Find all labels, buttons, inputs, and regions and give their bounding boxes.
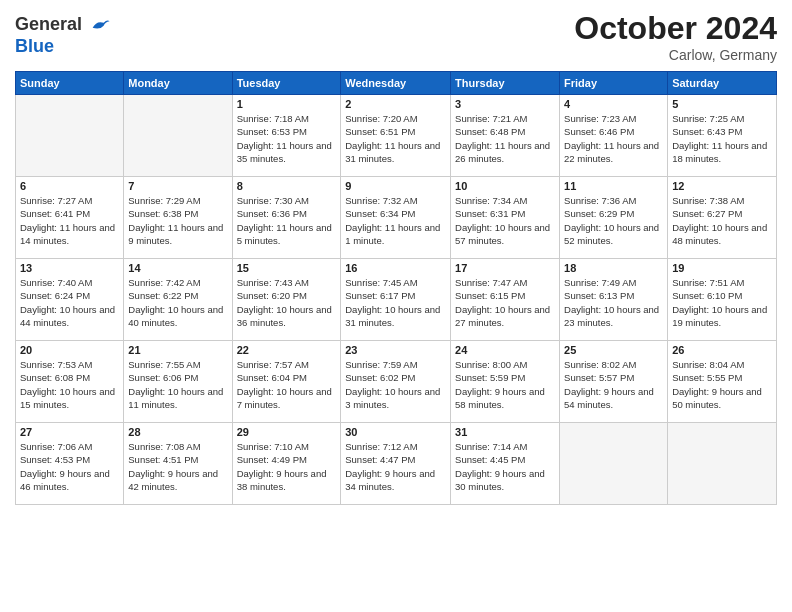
day-info: Sunrise: 7:47 AMSunset: 6:15 PMDaylight:… (455, 276, 555, 329)
day-number: 16 (345, 262, 446, 274)
calendar-cell: 11Sunrise: 7:36 AMSunset: 6:29 PMDayligh… (560, 177, 668, 259)
day-info: Sunrise: 7:36 AMSunset: 6:29 PMDaylight:… (564, 194, 663, 247)
day-number: 20 (20, 344, 119, 356)
calendar-cell (16, 95, 124, 177)
logo: General Blue (15, 15, 111, 55)
calendar-cell: 25Sunrise: 8:02 AMSunset: 5:57 PMDayligh… (560, 341, 668, 423)
calendar-header-row: SundayMondayTuesdayWednesdayThursdayFrid… (16, 72, 777, 95)
day-info: Sunrise: 7:45 AMSunset: 6:17 PMDaylight:… (345, 276, 446, 329)
calendar-cell: 5Sunrise: 7:25 AMSunset: 6:43 PMDaylight… (668, 95, 777, 177)
month-title: October 2024 (574, 10, 777, 47)
calendar-cell: 6Sunrise: 7:27 AMSunset: 6:41 PMDaylight… (16, 177, 124, 259)
logo-bird-icon (89, 15, 111, 37)
day-number: 13 (20, 262, 119, 274)
calendar-cell: 10Sunrise: 7:34 AMSunset: 6:31 PMDayligh… (451, 177, 560, 259)
calendar-cell: 13Sunrise: 7:40 AMSunset: 6:24 PMDayligh… (16, 259, 124, 341)
calendar-cell: 12Sunrise: 7:38 AMSunset: 6:27 PMDayligh… (668, 177, 777, 259)
day-number: 28 (128, 426, 227, 438)
calendar-cell: 3Sunrise: 7:21 AMSunset: 6:48 PMDaylight… (451, 95, 560, 177)
day-number: 22 (237, 344, 337, 356)
calendar-cell (124, 95, 232, 177)
calendar-container: General Blue October 2024 Carlow, German… (0, 0, 792, 612)
header: General Blue October 2024 Carlow, German… (15, 10, 777, 63)
day-info: Sunrise: 7:14 AMSunset: 4:45 PMDaylight:… (455, 440, 555, 493)
logo-general: General (15, 15, 111, 37)
calendar-cell: 16Sunrise: 7:45 AMSunset: 6:17 PMDayligh… (341, 259, 451, 341)
day-info: Sunrise: 7:20 AMSunset: 6:51 PMDaylight:… (345, 112, 446, 165)
day-number: 23 (345, 344, 446, 356)
calendar-cell: 9Sunrise: 7:32 AMSunset: 6:34 PMDaylight… (341, 177, 451, 259)
calendar-cell: 14Sunrise: 7:42 AMSunset: 6:22 PMDayligh… (124, 259, 232, 341)
day-info: Sunrise: 7:51 AMSunset: 6:10 PMDaylight:… (672, 276, 772, 329)
calendar-cell: 17Sunrise: 7:47 AMSunset: 6:15 PMDayligh… (451, 259, 560, 341)
week-row-5: 27Sunrise: 7:06 AMSunset: 4:53 PMDayligh… (16, 423, 777, 505)
day-number: 30 (345, 426, 446, 438)
week-row-3: 13Sunrise: 7:40 AMSunset: 6:24 PMDayligh… (16, 259, 777, 341)
calendar-cell: 28Sunrise: 7:08 AMSunset: 4:51 PMDayligh… (124, 423, 232, 505)
day-info: Sunrise: 7:55 AMSunset: 6:06 PMDaylight:… (128, 358, 227, 411)
day-number: 15 (237, 262, 337, 274)
calendar-cell: 30Sunrise: 7:12 AMSunset: 4:47 PMDayligh… (341, 423, 451, 505)
day-info: Sunrise: 8:00 AMSunset: 5:59 PMDaylight:… (455, 358, 555, 411)
day-info: Sunrise: 7:25 AMSunset: 6:43 PMDaylight:… (672, 112, 772, 165)
title-area: October 2024 Carlow, Germany (574, 10, 777, 63)
calendar-cell: 26Sunrise: 8:04 AMSunset: 5:55 PMDayligh… (668, 341, 777, 423)
day-header-wednesday: Wednesday (341, 72, 451, 95)
day-info: Sunrise: 7:27 AMSunset: 6:41 PMDaylight:… (20, 194, 119, 247)
day-number: 17 (455, 262, 555, 274)
week-row-2: 6Sunrise: 7:27 AMSunset: 6:41 PMDaylight… (16, 177, 777, 259)
day-info: Sunrise: 7:49 AMSunset: 6:13 PMDaylight:… (564, 276, 663, 329)
day-info: Sunrise: 7:10 AMSunset: 4:49 PMDaylight:… (237, 440, 337, 493)
calendar-cell: 1Sunrise: 7:18 AMSunset: 6:53 PMDaylight… (232, 95, 341, 177)
day-number: 14 (128, 262, 227, 274)
calendar-cell: 8Sunrise: 7:30 AMSunset: 6:36 PMDaylight… (232, 177, 341, 259)
calendar-cell (560, 423, 668, 505)
day-number: 2 (345, 98, 446, 110)
day-info: Sunrise: 7:42 AMSunset: 6:22 PMDaylight:… (128, 276, 227, 329)
day-number: 10 (455, 180, 555, 192)
day-number: 6 (20, 180, 119, 192)
day-info: Sunrise: 7:21 AMSunset: 6:48 PMDaylight:… (455, 112, 555, 165)
day-number: 8 (237, 180, 337, 192)
day-header-tuesday: Tuesday (232, 72, 341, 95)
logo-blue: Blue (15, 37, 111, 55)
day-info: Sunrise: 7:43 AMSunset: 6:20 PMDaylight:… (237, 276, 337, 329)
day-number: 1 (237, 98, 337, 110)
day-number: 24 (455, 344, 555, 356)
day-info: Sunrise: 7:18 AMSunset: 6:53 PMDaylight:… (237, 112, 337, 165)
day-number: 3 (455, 98, 555, 110)
day-number: 18 (564, 262, 663, 274)
week-row-1: 1Sunrise: 7:18 AMSunset: 6:53 PMDaylight… (16, 95, 777, 177)
day-number: 21 (128, 344, 227, 356)
week-row-4: 20Sunrise: 7:53 AMSunset: 6:08 PMDayligh… (16, 341, 777, 423)
day-info: Sunrise: 7:08 AMSunset: 4:51 PMDaylight:… (128, 440, 227, 493)
day-info: Sunrise: 7:38 AMSunset: 6:27 PMDaylight:… (672, 194, 772, 247)
day-info: Sunrise: 7:57 AMSunset: 6:04 PMDaylight:… (237, 358, 337, 411)
day-info: Sunrise: 7:53 AMSunset: 6:08 PMDaylight:… (20, 358, 119, 411)
day-info: Sunrise: 7:32 AMSunset: 6:34 PMDaylight:… (345, 194, 446, 247)
calendar-table: SundayMondayTuesdayWednesdayThursdayFrid… (15, 71, 777, 505)
calendar-cell: 24Sunrise: 8:00 AMSunset: 5:59 PMDayligh… (451, 341, 560, 423)
calendar-cell: 19Sunrise: 7:51 AMSunset: 6:10 PMDayligh… (668, 259, 777, 341)
day-info: Sunrise: 7:59 AMSunset: 6:02 PMDaylight:… (345, 358, 446, 411)
day-number: 26 (672, 344, 772, 356)
day-info: Sunrise: 7:06 AMSunset: 4:53 PMDaylight:… (20, 440, 119, 493)
calendar-cell: 15Sunrise: 7:43 AMSunset: 6:20 PMDayligh… (232, 259, 341, 341)
day-header-friday: Friday (560, 72, 668, 95)
day-number: 4 (564, 98, 663, 110)
day-number: 12 (672, 180, 772, 192)
calendar-cell (668, 423, 777, 505)
day-info: Sunrise: 7:34 AMSunset: 6:31 PMDaylight:… (455, 194, 555, 247)
day-header-thursday: Thursday (451, 72, 560, 95)
calendar-cell: 22Sunrise: 7:57 AMSunset: 6:04 PMDayligh… (232, 341, 341, 423)
calendar-cell: 27Sunrise: 7:06 AMSunset: 4:53 PMDayligh… (16, 423, 124, 505)
day-info: Sunrise: 7:23 AMSunset: 6:46 PMDaylight:… (564, 112, 663, 165)
calendar-cell: 31Sunrise: 7:14 AMSunset: 4:45 PMDayligh… (451, 423, 560, 505)
day-header-sunday: Sunday (16, 72, 124, 95)
day-info: Sunrise: 7:30 AMSunset: 6:36 PMDaylight:… (237, 194, 337, 247)
calendar-cell: 2Sunrise: 7:20 AMSunset: 6:51 PMDaylight… (341, 95, 451, 177)
day-number: 25 (564, 344, 663, 356)
day-number: 19 (672, 262, 772, 274)
day-info: Sunrise: 8:02 AMSunset: 5:57 PMDaylight:… (564, 358, 663, 411)
calendar-cell: 4Sunrise: 7:23 AMSunset: 6:46 PMDaylight… (560, 95, 668, 177)
